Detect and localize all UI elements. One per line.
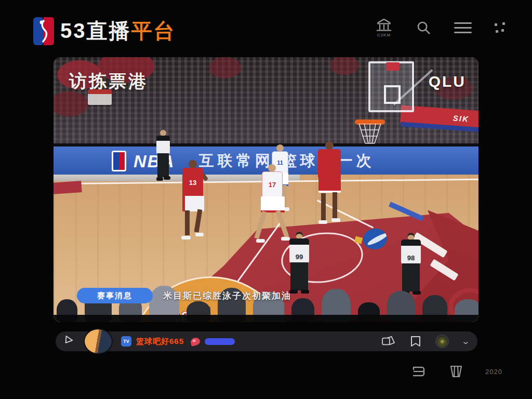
bookmark-icon (409, 335, 422, 348)
jersey-number: 13 (182, 168, 203, 197)
ticker-overlay: 赛事消息 米目斯已综胜泳子次初聚加油 (77, 288, 291, 303)
search-button[interactable] (416, 20, 431, 35)
header-icons: C2KM (375, 18, 505, 37)
nba-board-logo-icon (112, 151, 126, 171)
nba-logo-icon (33, 17, 54, 45)
play-cursor-icon[interactable] (63, 335, 74, 348)
ticker-message: 米目斯已综胜泳子次初聚加油 (163, 290, 291, 302)
danmaku-bar: TV 篮球吧好665 ☻ ⌄ (56, 331, 477, 351)
top-header: 53直播平台 C2KM (0, 0, 532, 54)
layers-icon (410, 365, 427, 378)
user-level-badge: TV (121, 336, 131, 347)
footer-caption: 2020 (485, 368, 502, 376)
search-icon (416, 20, 431, 35)
fullscreen-button[interactable] (495, 22, 505, 33)
player-white-17: 17 (256, 164, 288, 247)
corner-watermark: QLU (429, 73, 466, 90)
bookmark-button[interactable] (409, 335, 422, 348)
referee-number: 98 (401, 252, 421, 263)
jersey-number: 17 (262, 171, 283, 197)
page-title: 53直播平台 (60, 17, 176, 45)
layers-button[interactable] (410, 365, 427, 378)
screenshot-button[interactable] (381, 336, 396, 347)
referee-side (154, 130, 173, 190)
brand-home-link[interactable]: 53直播平台 (33, 17, 176, 45)
left-apron-strip (54, 181, 82, 194)
live-hall-button[interactable]: C2KM (375, 18, 393, 37)
live-hall-caption: C2KM (377, 33, 391, 37)
grille-button[interactable] (448, 365, 464, 378)
heart-badge-icon (190, 337, 201, 346)
player-red-right (314, 141, 344, 228)
video-player[interactable]: NBA 互联常网 篮球每一次 Bang SIK (54, 57, 478, 322)
chevron-down-icon[interactable]: ⌄ (461, 337, 471, 346)
emoji-button[interactable]: ☻ (435, 335, 449, 348)
danmaku-message: 篮球吧好665 (136, 337, 184, 347)
title-accent: 平台 (131, 19, 176, 42)
pavilion-icon (375, 18, 393, 32)
grille-icon (448, 365, 464, 378)
title-main: 53直播 (60, 19, 131, 42)
player-red-13: 13 (178, 160, 208, 244)
watermark-sub-badge (88, 89, 112, 105)
ticker-badge: 赛事消息 (77, 288, 153, 303)
danmaku-controls: ☻ ⌄ (381, 335, 469, 348)
user-avatar[interactable] (84, 328, 113, 354)
overlap-squares-icon (381, 336, 396, 347)
menu-button[interactable] (454, 22, 472, 33)
footer-toolbar: 2020 (410, 365, 502, 378)
danmaku-progress-pill[interactable] (205, 338, 235, 345)
referee-number: 99 (289, 251, 309, 262)
